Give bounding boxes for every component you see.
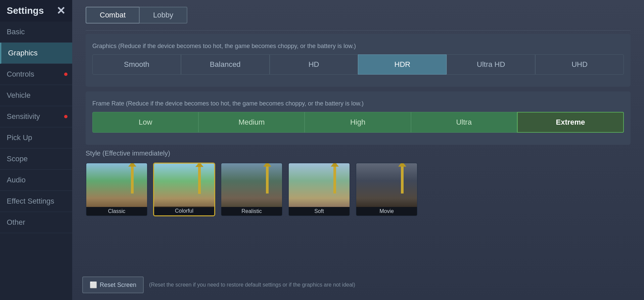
tab-combat[interactable]: Combat [86,7,139,24]
tab-lobby[interactable]: Lobby [139,7,187,24]
style-card-thumb [154,164,214,207]
quality-hd[interactable]: HD [270,54,358,75]
sidebar-item-sensitivity[interactable]: Sensitivity [0,106,72,127]
sidebar-item-graphics[interactable]: Graphics [0,43,72,64]
tower-icon [266,167,269,194]
sidebar-item-effect-settings[interactable]: Effect Settings [0,191,72,212]
sidebar-item-label: Pick Up [7,133,32,142]
sidebar-item-scope[interactable]: Scope [0,148,72,170]
settings-title: Settings [7,5,44,16]
tower-icon [333,167,336,194]
style-cards-row: Classic Colorful Realistic [86,163,631,216]
sidebar-item-label: Basic [7,28,25,36]
quality-hdr[interactable]: HDR [358,54,447,75]
sidebar-item-label: Scope [7,155,28,163]
style-card-label: Soft [289,207,350,216]
notification-dot [64,115,67,118]
quality-balanced[interactable]: Balanced [181,54,270,75]
divider [86,30,631,31]
tower-icon [198,167,201,194]
sidebar-item-vehicle[interactable]: Vehicle [0,85,72,106]
framerate-high[interactable]: High [305,112,411,133]
reset-icon: ⬜ [90,281,97,289]
graphics-quality-card: Graphics (Reduce if the device becomes t… [86,34,631,87]
reset-label: Reset Screen [100,282,136,289]
framerate-options-row: Low Medium High Ultra Extreme [92,112,624,133]
style-card-movie[interactable]: Movie [356,163,418,216]
sidebar: Settings ✕ Basic Graphics Controls Vehic… [0,0,72,300]
sidebar-item-label: Controls [7,70,34,78]
style-card-thumb [356,163,417,207]
sidebar-item-pickup[interactable]: Pick Up [0,127,72,148]
sidebar-item-label: Audio [7,176,26,184]
style-card-label: Realistic [221,207,282,216]
notification-dot [64,73,67,76]
style-section: Style (Effective immediately) Classic Co… [86,149,631,216]
style-card-classic[interactable]: Classic [86,163,148,216]
sidebar-item-label: Other [7,218,25,226]
sidebar-item-other[interactable]: Other [0,212,72,233]
graphics-quality-label: Graphics (Reduce if the device becomes t… [92,43,624,50]
style-label: Style (Effective immediately) [86,149,631,157]
reset-hint: (Reset the screen if you need to restore… [149,282,355,288]
sidebar-item-controls[interactable]: Controls [0,64,72,85]
tower-icon [131,167,134,194]
tabs-row: Combat Lobby [86,7,631,24]
close-button[interactable]: ✕ [56,5,65,16]
main-content: Combat Lobby Graphics (Reduce if the dev… [72,0,644,300]
style-card-thumb [221,163,282,207]
bottom-bar: ⬜ Reset Screen (Reset the screen if you … [82,276,355,293]
style-card-thumb [86,163,147,207]
sidebar-item-label: Graphics [8,49,38,57]
reset-screen-button[interactable]: ⬜ Reset Screen [82,276,144,293]
sidebar-item-label: Effect Settings [7,197,54,205]
sidebar-item-label: Vehicle [7,91,31,99]
style-card-thumb [289,163,350,207]
sidebar-item-audio[interactable]: Audio [0,170,72,191]
framerate-card: Frame Rate (Reduce if the device becomes… [86,91,631,145]
style-card-label: Colorful [154,207,214,215]
style-card-realistic[interactable]: Realistic [221,163,283,216]
framerate-medium[interactable]: Medium [198,112,305,133]
sidebar-item-basic[interactable]: Basic [0,22,72,43]
framerate-label: Frame Rate (Reduce if the device becomes… [92,100,624,107]
quality-uhd[interactable]: UHD [535,54,624,75]
quality-options-row: Smooth Balanced HD HDR Ultra HD UHD [92,54,624,75]
quality-ultra-hd[interactable]: Ultra HD [447,54,535,75]
framerate-ultra[interactable]: Ultra [411,112,517,133]
style-card-soft[interactable]: Soft [288,163,350,216]
style-card-label: Classic [86,207,147,216]
style-card-colorful[interactable]: Colorful [153,163,215,216]
settings-header: Settings ✕ [0,0,72,22]
sidebar-item-label: Sensitivity [7,112,40,121]
framerate-extreme[interactable]: Extreme [517,112,624,133]
quality-smooth[interactable]: Smooth [92,54,181,75]
style-card-label: Movie [356,207,417,216]
framerate-low[interactable]: Low [92,112,198,133]
tower-icon [401,167,404,194]
